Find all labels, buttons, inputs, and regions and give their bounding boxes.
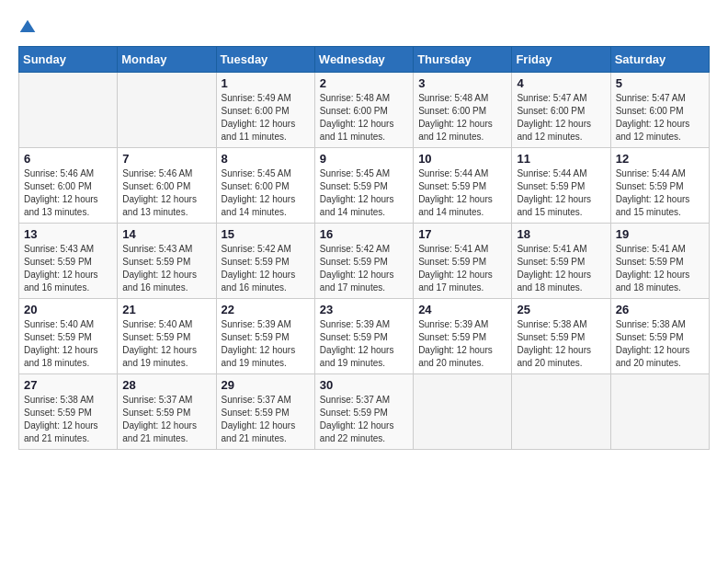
calendar-cell: 19Sunrise: 5:41 AM Sunset: 5:59 PM Dayli… <box>610 224 709 299</box>
day-info: Sunrise: 5:45 AM Sunset: 6:00 PM Dayligh… <box>222 167 310 219</box>
day-info: Sunrise: 5:41 AM Sunset: 5:59 PM Dayligh… <box>616 243 704 294</box>
day-number: 15 <box>222 227 310 241</box>
calendar-cell: 14Sunrise: 5:43 AM Sunset: 5:59 PM Dayli… <box>118 224 216 299</box>
day-number: 5 <box>616 76 704 90</box>
day-info: Sunrise: 5:39 AM Sunset: 5:59 PM Dayligh… <box>320 318 408 370</box>
calendar-cell: 15Sunrise: 5:42 AM Sunset: 5:59 PM Dayli… <box>216 224 314 299</box>
day-number: 9 <box>320 152 408 166</box>
day-info: Sunrise: 5:42 AM Sunset: 5:59 PM Dayligh… <box>222 243 310 294</box>
calendar-cell: 9Sunrise: 5:45 AM Sunset: 5:59 PM Daylig… <box>314 148 413 224</box>
day-info: Sunrise: 5:37 AM Sunset: 5:59 PM Dayligh… <box>320 394 408 445</box>
day-number: 2 <box>320 76 408 90</box>
calendar-cell: 16Sunrise: 5:42 AM Sunset: 5:59 PM Dayli… <box>314 224 413 299</box>
day-number: 18 <box>517 227 605 241</box>
calendar-header-saturday: Saturday <box>610 47 709 73</box>
day-number: 23 <box>320 303 408 316</box>
day-info: Sunrise: 5:47 AM Sunset: 6:00 PM Dayligh… <box>517 92 605 144</box>
day-number: 28 <box>122 378 210 392</box>
calendar-cell: 5Sunrise: 5:47 AM Sunset: 6:00 PM Daylig… <box>610 73 709 148</box>
calendar-cell <box>512 374 610 450</box>
day-info: Sunrise: 5:40 AM Sunset: 5:59 PM Dayligh… <box>122 318 210 370</box>
calendar-week-row: 13Sunrise: 5:43 AM Sunset: 5:59 PM Dayli… <box>19 224 710 299</box>
calendar-cell: 28Sunrise: 5:37 AM Sunset: 5:59 PM Dayli… <box>118 374 216 450</box>
calendar-header-tuesday: Tuesday <box>216 47 314 73</box>
day-info: Sunrise: 5:47 AM Sunset: 6:00 PM Dayligh… <box>616 92 704 144</box>
day-number: 10 <box>418 152 506 166</box>
calendar-header-monday: Monday <box>118 47 216 73</box>
day-info: Sunrise: 5:48 AM Sunset: 6:00 PM Dayligh… <box>320 92 408 144</box>
day-number: 26 <box>616 303 704 316</box>
day-info: Sunrise: 5:37 AM Sunset: 5:59 PM Dayligh… <box>122 394 210 445</box>
day-number: 27 <box>24 378 112 392</box>
day-info: Sunrise: 5:44 AM Sunset: 5:59 PM Dayligh… <box>418 167 506 219</box>
calendar-header-friday: Friday <box>512 47 610 73</box>
day-number: 22 <box>222 303 310 316</box>
day-info: Sunrise: 5:38 AM Sunset: 5:59 PM Dayligh… <box>616 318 704 370</box>
logo-icon <box>18 18 37 37</box>
day-info: Sunrise: 5:46 AM Sunset: 6:00 PM Dayligh… <box>24 167 112 219</box>
day-number: 7 <box>122 152 210 166</box>
calendar-cell: 18Sunrise: 5:41 AM Sunset: 5:59 PM Dayli… <box>512 224 610 299</box>
day-info: Sunrise: 5:38 AM Sunset: 5:59 PM Dayligh… <box>24 394 112 445</box>
day-info: Sunrise: 5:43 AM Sunset: 5:59 PM Dayligh… <box>24 243 112 294</box>
day-number: 16 <box>320 227 408 241</box>
calendar-header-wednesday: Wednesday <box>314 47 413 73</box>
calendar-cell: 1Sunrise: 5:49 AM Sunset: 6:00 PM Daylig… <box>216 73 314 148</box>
day-number: 1 <box>222 76 310 90</box>
day-number: 17 <box>418 227 506 241</box>
calendar-cell: 8Sunrise: 5:45 AM Sunset: 6:00 PM Daylig… <box>216 148 314 224</box>
day-number: 29 <box>222 378 310 392</box>
day-number: 8 <box>222 152 310 166</box>
calendar-cell: 12Sunrise: 5:44 AM Sunset: 5:59 PM Dayli… <box>610 148 709 224</box>
calendar-week-row: 6Sunrise: 5:46 AM Sunset: 6:00 PM Daylig… <box>19 148 710 224</box>
day-info: Sunrise: 5:46 AM Sunset: 6:00 PM Dayligh… <box>122 167 210 219</box>
day-number: 4 <box>517 76 605 90</box>
calendar-cell: 29Sunrise: 5:37 AM Sunset: 5:59 PM Dayli… <box>216 374 314 450</box>
day-info: Sunrise: 5:40 AM Sunset: 5:59 PM Dayligh… <box>24 318 112 370</box>
day-number: 20 <box>24 303 112 316</box>
calendar-cell: 25Sunrise: 5:38 AM Sunset: 5:59 PM Dayli… <box>512 299 610 374</box>
calendar-cell <box>118 73 216 148</box>
day-number: 21 <box>122 303 210 316</box>
day-info: Sunrise: 5:37 AM Sunset: 5:59 PM Dayligh… <box>222 394 310 445</box>
day-number: 24 <box>418 303 506 316</box>
calendar-cell <box>19 73 118 148</box>
calendar-cell: 10Sunrise: 5:44 AM Sunset: 5:59 PM Dayli… <box>414 148 512 224</box>
calendar-cell: 27Sunrise: 5:38 AM Sunset: 5:59 PM Dayli… <box>19 374 118 450</box>
calendar-cell: 26Sunrise: 5:38 AM Sunset: 5:59 PM Dayli… <box>610 299 709 374</box>
day-info: Sunrise: 5:39 AM Sunset: 5:59 PM Dayligh… <box>418 318 506 370</box>
day-number: 14 <box>122 227 210 241</box>
calendar-week-row: 27Sunrise: 5:38 AM Sunset: 5:59 PM Dayli… <box>19 374 710 450</box>
calendar-header-row: SundayMondayTuesdayWednesdayThursdayFrid… <box>19 47 710 73</box>
calendar-cell: 7Sunrise: 5:46 AM Sunset: 6:00 PM Daylig… <box>118 148 216 224</box>
day-number: 25 <box>517 303 605 316</box>
day-info: Sunrise: 5:43 AM Sunset: 5:59 PM Dayligh… <box>122 243 210 294</box>
calendar-cell: 11Sunrise: 5:44 AM Sunset: 5:59 PM Dayli… <box>512 148 610 224</box>
day-info: Sunrise: 5:41 AM Sunset: 5:59 PM Dayligh… <box>517 243 605 294</box>
calendar-cell: 20Sunrise: 5:40 AM Sunset: 5:59 PM Dayli… <box>19 299 118 374</box>
calendar-cell: 30Sunrise: 5:37 AM Sunset: 5:59 PM Dayli… <box>314 374 413 450</box>
calendar-table: SundayMondayTuesdayWednesdayThursdayFrid… <box>18 46 710 450</box>
calendar-cell: 17Sunrise: 5:41 AM Sunset: 5:59 PM Dayli… <box>414 224 512 299</box>
day-info: Sunrise: 5:45 AM Sunset: 5:59 PM Dayligh… <box>320 167 408 219</box>
calendar-cell: 13Sunrise: 5:43 AM Sunset: 5:59 PM Dayli… <box>19 224 118 299</box>
day-number: 6 <box>24 152 112 166</box>
day-info: Sunrise: 5:44 AM Sunset: 5:59 PM Dayligh… <box>517 167 605 219</box>
calendar-cell: 23Sunrise: 5:39 AM Sunset: 5:59 PM Dayli… <box>314 299 413 374</box>
day-number: 3 <box>418 76 506 90</box>
calendar-cell: 2Sunrise: 5:48 AM Sunset: 6:00 PM Daylig… <box>314 73 413 148</box>
calendar-header-thursday: Thursday <box>414 47 512 73</box>
day-number: 30 <box>320 378 408 392</box>
calendar-cell: 6Sunrise: 5:46 AM Sunset: 6:00 PM Daylig… <box>19 148 118 224</box>
day-number: 11 <box>517 152 605 166</box>
calendar-week-row: 1Sunrise: 5:49 AM Sunset: 6:00 PM Daylig… <box>19 73 710 148</box>
day-number: 13 <box>24 227 112 241</box>
day-info: Sunrise: 5:44 AM Sunset: 5:59 PM Dayligh… <box>616 167 704 219</box>
page-header <box>18 18 710 37</box>
svg-marker-0 <box>20 20 36 32</box>
day-info: Sunrise: 5:48 AM Sunset: 6:00 PM Dayligh… <box>418 92 506 144</box>
day-number: 12 <box>616 152 704 166</box>
day-info: Sunrise: 5:49 AM Sunset: 6:00 PM Dayligh… <box>222 92 310 144</box>
calendar-cell: 3Sunrise: 5:48 AM Sunset: 6:00 PM Daylig… <box>414 73 512 148</box>
day-info: Sunrise: 5:38 AM Sunset: 5:59 PM Dayligh… <box>517 318 605 370</box>
